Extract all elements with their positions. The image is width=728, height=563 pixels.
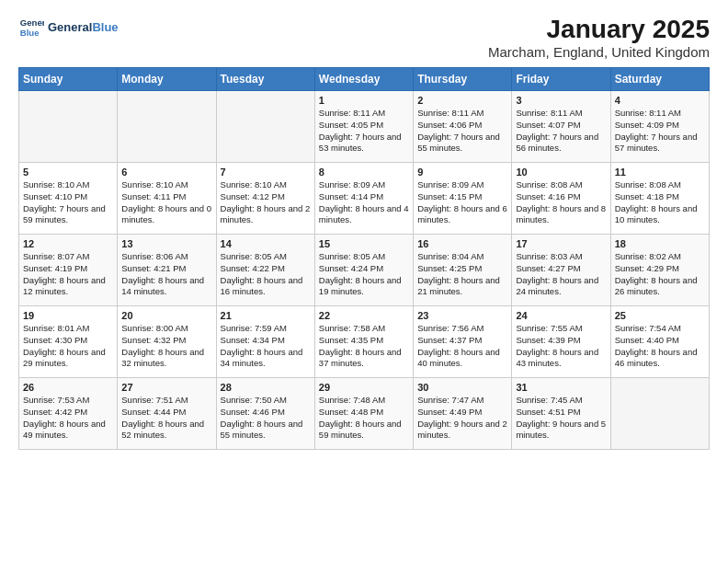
table-row: 18Sunrise: 8:02 AMSunset: 4:29 PMDayligh… xyxy=(610,235,709,306)
logo-icon: General Blue xyxy=(18,15,44,40)
table-row: 13Sunrise: 8:06 AMSunset: 4:21 PMDayligh… xyxy=(118,235,216,306)
table-row: 4Sunrise: 8:11 AMSunset: 4:09 PMDaylight… xyxy=(610,91,709,163)
day-number: 1 xyxy=(319,95,409,106)
table-row: 6Sunrise: 8:10 AMSunset: 4:11 PMDaylight… xyxy=(118,163,216,235)
header-wednesday: Wednesday xyxy=(314,68,413,91)
table-row xyxy=(19,91,118,163)
calendar-header-row: Sunday Monday Tuesday Wednesday Thursday… xyxy=(19,68,710,91)
day-info: Sunrise: 8:11 AMSunset: 4:07 PMDaylight:… xyxy=(516,108,606,155)
day-number: 16 xyxy=(417,238,507,249)
table-row: 11Sunrise: 8:08 AMSunset: 4:18 PMDayligh… xyxy=(610,163,709,235)
day-info: Sunrise: 7:45 AMSunset: 4:51 PMDaylight:… xyxy=(516,395,606,442)
day-info: Sunrise: 7:56 AMSunset: 4:37 PMDaylight:… xyxy=(417,323,507,370)
day-info: Sunrise: 8:03 AMSunset: 4:27 PMDaylight:… xyxy=(516,251,606,298)
day-number: 9 xyxy=(417,167,507,178)
table-row: 9Sunrise: 8:09 AMSunset: 4:15 PMDaylight… xyxy=(414,163,512,235)
table-row: 2Sunrise: 8:11 AMSunset: 4:06 PMDaylight… xyxy=(414,91,512,163)
table-row: 10Sunrise: 8:08 AMSunset: 4:16 PMDayligh… xyxy=(512,163,610,235)
table-row: 23Sunrise: 7:56 AMSunset: 4:37 PMDayligh… xyxy=(414,306,512,378)
day-info: Sunrise: 7:59 AMSunset: 4:34 PMDaylight:… xyxy=(221,323,311,370)
day-number: 20 xyxy=(121,310,211,321)
day-info: Sunrise: 8:02 AMSunset: 4:29 PMDaylight:… xyxy=(615,251,705,298)
table-row: 14Sunrise: 8:05 AMSunset: 4:22 PMDayligh… xyxy=(216,235,314,306)
table-row: 21Sunrise: 7:59 AMSunset: 4:34 PMDayligh… xyxy=(216,306,314,378)
day-number: 15 xyxy=(319,238,409,249)
day-info: Sunrise: 8:06 AMSunset: 4:21 PMDaylight:… xyxy=(121,251,211,298)
day-number: 7 xyxy=(221,167,311,178)
day-number: 28 xyxy=(221,382,311,393)
day-info: Sunrise: 7:55 AMSunset: 4:39 PMDaylight:… xyxy=(516,323,606,370)
day-info: Sunrise: 8:07 AMSunset: 4:19 PMDaylight:… xyxy=(23,251,113,298)
header-sunday: Sunday xyxy=(19,68,118,91)
day-info: Sunrise: 8:11 AMSunset: 4:09 PMDaylight:… xyxy=(615,108,705,155)
title-block: January 2025 Marcham, England, United Ki… xyxy=(488,15,710,60)
day-number: 6 xyxy=(121,167,211,178)
table-row: 1Sunrise: 8:11 AMSunset: 4:05 PMDaylight… xyxy=(314,91,413,163)
calendar-week-row: 19Sunrise: 8:01 AMSunset: 4:30 PMDayligh… xyxy=(19,306,710,378)
table-row: 15Sunrise: 8:05 AMSunset: 4:24 PMDayligh… xyxy=(314,235,413,306)
day-number: 13 xyxy=(121,238,211,249)
calendar-week-row: 5Sunrise: 8:10 AMSunset: 4:10 PMDaylight… xyxy=(19,163,710,235)
day-number: 17 xyxy=(516,238,606,249)
day-info: Sunrise: 7:58 AMSunset: 4:35 PMDaylight:… xyxy=(319,323,409,370)
calendar-week-row: 1Sunrise: 8:11 AMSunset: 4:05 PMDaylight… xyxy=(19,91,710,163)
table-row xyxy=(216,91,314,163)
svg-text:Blue: Blue xyxy=(20,28,40,38)
calendar-week-row: 12Sunrise: 8:07 AMSunset: 4:19 PMDayligh… xyxy=(19,235,710,306)
day-number: 21 xyxy=(221,310,311,321)
day-info: Sunrise: 8:00 AMSunset: 4:32 PMDaylight:… xyxy=(121,323,211,370)
day-number: 31 xyxy=(516,382,606,393)
day-number: 23 xyxy=(417,310,507,321)
svg-text:General: General xyxy=(20,17,44,28)
day-number: 2 xyxy=(417,95,507,106)
table-row: 24Sunrise: 7:55 AMSunset: 4:39 PMDayligh… xyxy=(512,306,610,378)
table-row: 8Sunrise: 8:09 AMSunset: 4:14 PMDaylight… xyxy=(314,163,413,235)
table-row xyxy=(118,91,216,163)
day-info: Sunrise: 8:11 AMSunset: 4:05 PMDaylight:… xyxy=(319,108,409,155)
day-number: 11 xyxy=(615,167,705,178)
day-number: 14 xyxy=(221,238,311,249)
logo-text: GeneralBlue xyxy=(48,20,119,35)
day-info: Sunrise: 8:01 AMSunset: 4:30 PMDaylight:… xyxy=(23,323,113,370)
table-row: 17Sunrise: 8:03 AMSunset: 4:27 PMDayligh… xyxy=(512,235,610,306)
table-row: 26Sunrise: 7:53 AMSunset: 4:42 PMDayligh… xyxy=(19,378,118,450)
table-row: 20Sunrise: 8:00 AMSunset: 4:32 PMDayligh… xyxy=(118,306,216,378)
table-row: 5Sunrise: 8:10 AMSunset: 4:10 PMDaylight… xyxy=(19,163,118,235)
calendar-week-row: 26Sunrise: 7:53 AMSunset: 4:42 PMDayligh… xyxy=(19,378,710,450)
day-number: 27 xyxy=(121,382,211,393)
day-info: Sunrise: 8:09 AMSunset: 4:14 PMDaylight:… xyxy=(319,179,409,226)
day-number: 29 xyxy=(319,382,409,393)
day-info: Sunrise: 8:04 AMSunset: 4:25 PMDaylight:… xyxy=(417,251,507,298)
day-number: 26 xyxy=(23,382,113,393)
day-number: 18 xyxy=(615,238,705,249)
day-info: Sunrise: 7:50 AMSunset: 4:46 PMDaylight:… xyxy=(221,395,311,442)
day-number: 19 xyxy=(23,310,113,321)
day-number: 22 xyxy=(319,310,409,321)
header-saturday: Saturday xyxy=(610,68,709,91)
table-row: 27Sunrise: 7:51 AMSunset: 4:44 PMDayligh… xyxy=(118,378,216,450)
day-info: Sunrise: 8:09 AMSunset: 4:15 PMDaylight:… xyxy=(417,179,507,226)
table-row: 25Sunrise: 7:54 AMSunset: 4:40 PMDayligh… xyxy=(610,306,709,378)
day-info: Sunrise: 7:48 AMSunset: 4:48 PMDaylight:… xyxy=(319,395,409,442)
day-info: Sunrise: 8:08 AMSunset: 4:16 PMDaylight:… xyxy=(516,179,606,226)
table-row: 30Sunrise: 7:47 AMSunset: 4:49 PMDayligh… xyxy=(414,378,512,450)
calendar-table: Sunday Monday Tuesday Wednesday Thursday… xyxy=(18,67,710,450)
day-info: Sunrise: 8:08 AMSunset: 4:18 PMDaylight:… xyxy=(615,179,705,226)
table-row: 29Sunrise: 7:48 AMSunset: 4:48 PMDayligh… xyxy=(314,378,413,450)
header-monday: Monday xyxy=(118,68,216,91)
table-row: 19Sunrise: 8:01 AMSunset: 4:30 PMDayligh… xyxy=(19,306,118,378)
table-row: 7Sunrise: 8:10 AMSunset: 4:12 PMDaylight… xyxy=(216,163,314,235)
day-info: Sunrise: 8:10 AMSunset: 4:12 PMDaylight:… xyxy=(221,179,311,226)
day-info: Sunrise: 8:05 AMSunset: 4:24 PMDaylight:… xyxy=(319,251,409,298)
day-info: Sunrise: 8:10 AMSunset: 4:11 PMDaylight:… xyxy=(121,179,211,226)
day-number: 3 xyxy=(516,95,606,106)
day-number: 25 xyxy=(615,310,705,321)
day-number: 24 xyxy=(516,310,606,321)
header-tuesday: Tuesday xyxy=(216,68,314,91)
page: General Blue GeneralBlue January 2025 Ma… xyxy=(0,0,728,459)
day-number: 8 xyxy=(319,167,409,178)
header-friday: Friday xyxy=(512,68,610,91)
page-title: January 2025 xyxy=(488,15,710,44)
day-number: 5 xyxy=(23,167,113,178)
table-row: 28Sunrise: 7:50 AMSunset: 4:46 PMDayligh… xyxy=(216,378,314,450)
